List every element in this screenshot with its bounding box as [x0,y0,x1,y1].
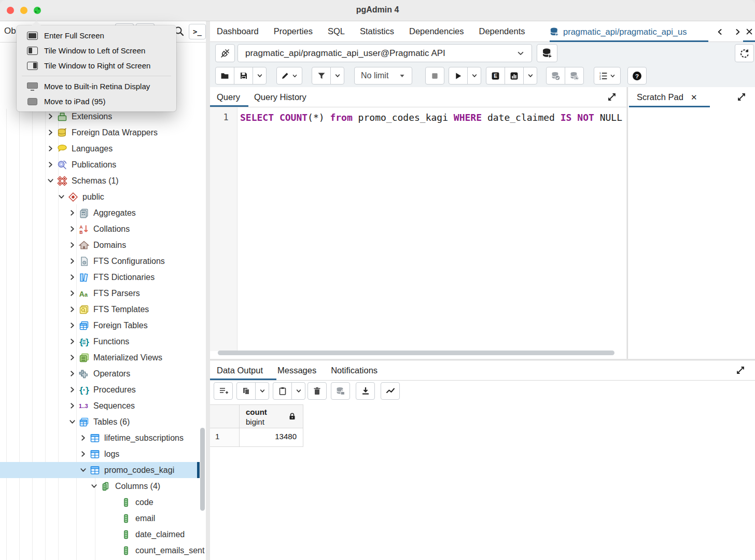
paste-options-chevron[interactable] [291,382,305,400]
chevron-down-icon[interactable] [46,176,55,186]
rollback-button[interactable] [565,67,584,85]
tree-item-collations[interactable]: ABCollations [0,221,200,237]
new-connection-button[interactable] [537,44,557,62]
tree-item-languages[interactable]: Languages [0,141,200,157]
connection-status-button[interactable] [215,44,235,62]
filter-options-chevron[interactable] [330,67,344,85]
chevron-right-icon[interactable] [67,256,77,266]
tab-query-history[interactable]: Query History [254,87,306,107]
download-button[interactable] [356,382,375,400]
tab-dashboard[interactable]: Dashboard [217,26,259,36]
edit-button[interactable] [276,67,302,85]
tree-item-logs[interactable]: logs [0,446,200,462]
chevron-right-icon[interactable] [78,433,88,443]
open-file-button[interactable] [215,67,234,85]
chevron-right-icon[interactable] [46,111,55,121]
tree-item-lifetime-subscriptions[interactable]: lifetime_subscriptions [0,430,200,446]
tree-item-fts-dictionaries[interactable]: FTS Dictionaries [0,269,200,285]
chevron-right-icon[interactable] [67,304,77,314]
menu-item-move-to-built-in-retina-display[interactable]: Move to Built-in Retina Display [17,79,176,94]
chevron-down-icon[interactable] [89,481,99,491]
stop-button[interactable] [425,67,444,85]
chevron-right-icon[interactable] [46,160,55,170]
tab-data-output[interactable]: Data Output [217,366,263,375]
chevron-right-icon[interactable] [67,224,77,234]
tree-item-operators[interactable]: Operators [0,366,200,382]
explain-options-chevron[interactable] [523,67,537,85]
tree-item-public[interactable]: public [0,189,200,205]
expand-editor-icon[interactable] [607,92,618,103]
macros-button[interactable]: 123 [594,67,621,85]
refresh-button[interactable] [735,44,754,62]
execute-button[interactable] [449,67,468,85]
help-button[interactable]: ? [627,67,647,85]
limit-select[interactable]: No limit [354,67,412,85]
chevron-down-icon[interactable] [57,192,66,202]
tree-item-fts-templates[interactable]: FTS Templates [0,301,200,317]
tree-item-fts-configurations[interactable]: FTS Configurations [0,253,200,269]
chevron-right-icon[interactable] [67,240,77,250]
tree-item-publications[interactable]: Publications [0,157,200,173]
tree-item-sequences[interactable]: 1..3Sequences [0,398,200,414]
scratch-pad-close-icon[interactable]: ✕ [691,93,697,102]
chevron-right-icon[interactable] [67,272,77,282]
filter-button[interactable] [312,67,331,85]
tab-scroll-left-button[interactable] [714,25,726,38]
row-number-cell[interactable]: 1 [210,428,240,447]
tab-dependencies[interactable]: Dependencies [409,26,464,36]
tab-dependents[interactable]: Dependents [479,26,525,36]
tree-item-tables-6-[interactable]: Tables (6) [0,414,200,430]
sql-editor[interactable]: SELECT COUNT(*) from promo_codes_kagi WH… [240,112,626,123]
tree-item-foreign-tables[interactable]: Foreign Tables [0,317,200,333]
tree-item-count-emails-sent[interactable]: count_emails_sent [0,542,200,558]
value-cell[interactable]: 13480 [240,428,303,447]
sidebar-scrollbar[interactable] [200,428,205,511]
paste-button[interactable] [273,382,292,400]
save-options-chevron[interactable] [253,67,267,85]
grid-column-header[interactable]: count bigint [240,404,303,428]
menu-item-move-to-ipad-95-[interactable]: Move to iPad (95) [17,94,176,109]
tab-query-tool-active[interactable]: pragmatic_api/pragmatic_api_us [550,21,708,42]
tab-sql[interactable]: SQL [328,26,345,36]
chevron-right-icon[interactable] [67,320,77,330]
tree-item-columns-4-[interactable]: Columns (4) [0,478,200,494]
tab-scroll-right-button[interactable] [731,25,744,38]
tab-close-button[interactable] [743,21,755,42]
expand-output-icon[interactable] [735,365,747,376]
commit-button[interactable] [546,67,565,85]
copy-options-chevron[interactable] [255,382,269,400]
tree-item-promo-codes-kagi[interactable]: promo_codes_kagi [0,462,200,478]
chevron-right-icon[interactable] [67,288,77,298]
tree-item-procedures[interactable]: {}Procedures [0,382,200,398]
tree-item-email[interactable]: email [0,510,200,526]
chevron-right-icon[interactable] [46,128,55,137]
tree-item-domains[interactable]: Domains [0,237,200,253]
tab-properties[interactable]: Properties [274,26,313,36]
tree-item-schemas-1-[interactable]: Schemas (1) [0,173,200,189]
chevron-right-icon[interactable] [67,385,77,395]
connection-select[interactable]: pragmatic_api/pragmatic_api_user@Pragmat… [237,44,532,62]
menu-item-enter-full-screen[interactable]: Enter Full Screen [17,28,176,43]
tab-query[interactable]: Query [217,87,240,107]
tab-messages[interactable]: Messages [277,366,316,375]
scratch-pad-title[interactable]: Scratch Pad [637,92,683,102]
menu-item-tile-window-to-right-of-screen[interactable]: Tile Window to Right of Screen [17,58,176,73]
chevron-right-icon[interactable] [67,208,77,218]
chevron-right-icon[interactable] [67,337,77,346]
chevron-right-icon[interactable] [67,401,77,411]
chevron-right-icon[interactable] [78,449,88,459]
grid-corner-cell[interactable] [210,404,240,428]
editor-horizontal-scrollbar[interactable] [218,351,614,355]
explain-button[interactable]: E [486,67,505,85]
chevron-right-icon[interactable] [67,369,77,379]
tree-item-functions[interactable]: {}Functions [0,333,200,349]
tab-statistics[interactable]: Statistics [360,26,394,36]
chevron-right-icon[interactable] [46,144,55,153]
menu-item-tile-window-to-left-of-screen[interactable]: Tile Window to Left of Screen [17,43,176,58]
tree-item-materialized-views[interactable]: Materialized Views [0,349,200,366]
tab-notifications[interactable]: Notifications [331,366,378,375]
chevron-right-icon[interactable] [67,353,77,362]
visualize-button[interactable] [381,382,400,400]
explain-analyze-button[interactable] [505,67,524,85]
add-row-button[interactable] [214,382,233,400]
